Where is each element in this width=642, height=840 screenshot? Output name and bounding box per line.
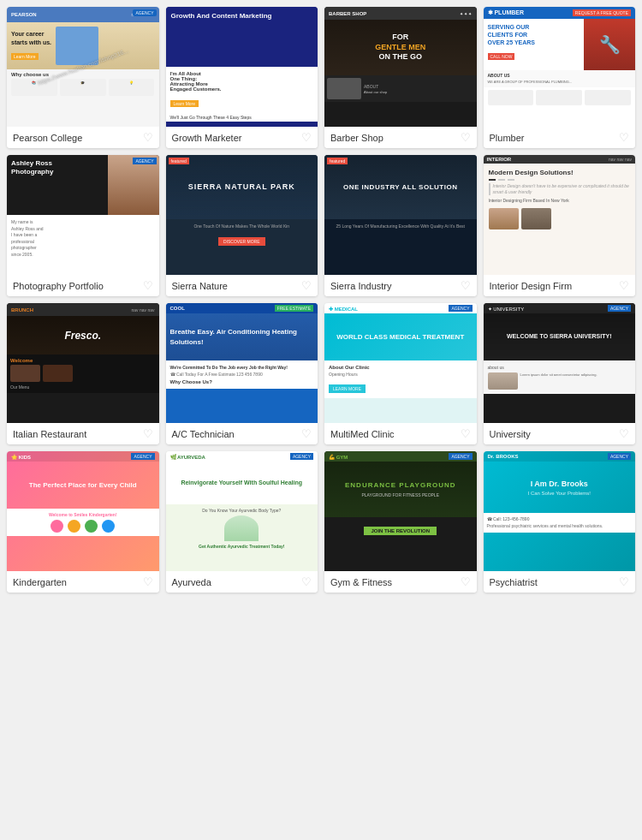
card-title: Barber Shop [330,133,383,143]
card-barber-shop[interactable]: BARBER SHOP ✦ ✦ ✦ FORGENTLE MENON THE GO… [324,7,477,148]
heart-icon[interactable]: ♡ [461,279,471,292]
heart-icon[interactable]: ♡ [619,427,629,440]
card-title: University [490,429,531,439]
heart-icon[interactable]: ♡ [619,131,629,144]
card-label: Kindergarten ♡ [7,571,159,593]
card-label: Growth Marketer ♡ [166,127,318,148]
heart-icon[interactable]: ♡ [301,131,312,144]
heart-icon[interactable]: ♡ [619,575,629,588]
card-label: Photography Portfolio ♡ [7,275,159,296]
card-ac-technician[interactable]: COOL FREE ESTIMATE Breathe Easy. Air Con… [166,303,318,444]
card-sierra-industry[interactable]: ONE INDUSTRY ALL SOLUTION featured 25 Lo… [324,155,477,296]
card-title: A/C Technician [172,429,235,439]
card-label: Sierra Industry ♡ [324,275,477,296]
card-psychiatrist[interactable]: Dr. BROOKS AGENCY I Am Dr. Brooks I Can … [484,451,636,593]
card-title: Growth Marketer [172,133,242,143]
card-interior-design[interactable]: INTERIOR nav nav nav Modern Design Solut… [484,155,636,296]
template-gallery: PEARSON nav nav nav Your careerstarts wi… [0,0,642,599]
card-title: Interior Design Firm [490,281,573,291]
heart-icon[interactable]: ♡ [143,575,153,588]
heart-icon[interactable]: ♡ [143,427,153,440]
card-label: A/C Technician ♡ [166,423,318,444]
card-university[interactable]: ✦ UNIVERSITY AGENCY WELCOME TO SIERRA UN… [484,303,636,444]
card-title: Sierra Nature [172,281,228,291]
card-title: Psychiatrist [490,577,538,587]
card-label: Plumber ♡ [484,127,636,148]
card-multimed-clinic[interactable]: ✚ MEDICAL AGENCY WORLD CLASS MEDICAL TRE… [324,303,477,444]
card-label: Psychiatrist ♡ [484,571,636,593]
card-label: Gym & Fitness ♡ [324,571,477,593]
card-italian-restaurant[interactable]: BRUNCH nav nav nav Fresco. Welcome Our M… [7,303,159,444]
heart-icon[interactable]: ♡ [461,427,471,440]
card-title: Italian Restaurant [13,429,86,439]
card-title: Photography Portfolio [13,281,104,291]
card-title: Plumber [490,133,525,143]
card-title: Kindergarten [13,577,67,587]
heart-icon[interactable]: ♡ [143,279,153,292]
heart-icon[interactable]: ♡ [143,131,153,144]
heart-icon[interactable]: ♡ [619,279,629,292]
card-label: Italian Restaurant ♡ [7,423,159,444]
card-growth-marketer[interactable]: Growth And Content Marketing I'm All Abo… [166,7,318,148]
card-label: Interior Design Firm ♡ [484,275,636,296]
card-label: MultiMed Clinic ♡ [324,423,477,444]
card-title: Pearson College [13,133,82,143]
heart-icon[interactable]: ♡ [461,575,471,588]
card-label: Ayurveda ♡ [166,571,318,593]
card-label: Barber Shop ♡ [324,127,477,148]
card-kindergarten[interactable]: ⭐ KIDS AGENCY The Perfect Place for Ever… [7,451,159,593]
card-title: Gym & Fitness [330,577,392,587]
card-label: Sierra Nature ♡ [166,275,318,296]
card-photography-portfolio[interactable]: Ashley RossPhotography AGENCY My name is… [7,155,159,296]
card-label: University ♡ [484,423,636,444]
card-ayurveda[interactable]: 🌿 AYURVEDA AGENCY Reinvigorate Yourself … [166,451,318,593]
card-label: Pearson College ♡ [7,127,159,148]
card-sierra-nature[interactable]: SIERRA NATURAL PARK featured One Touch O… [166,155,318,296]
card-gym-fitness[interactable]: 💪 GYM AGENCY ENDURANCE PLAYGROUND PLAYGR… [324,451,477,593]
card-plumber[interactable]: ✱ PLUMBER REQUEST A FREE QUOTE SERVING O… [484,7,636,148]
heart-icon[interactable]: ♡ [461,131,471,144]
card-pearson-college[interactable]: PEARSON nav nav nav Your careerstarts wi… [7,7,159,148]
card-title: MultiMed Clinic [330,429,395,439]
heart-icon[interactable]: ♡ [301,575,312,588]
heart-icon[interactable]: ♡ [301,279,312,292]
card-title: Ayurveda [172,577,211,587]
heart-icon[interactable]: ♡ [301,427,312,440]
card-title: Sierra Industry [330,281,392,291]
